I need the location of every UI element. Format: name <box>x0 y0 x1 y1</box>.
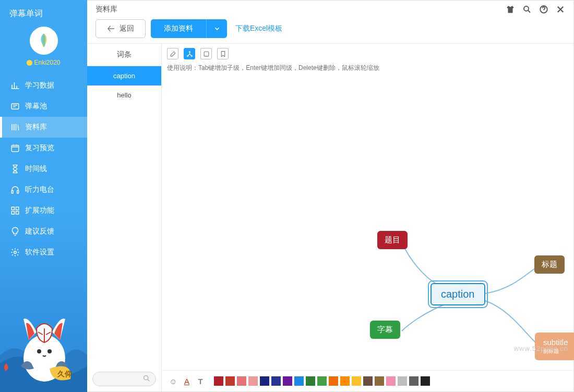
color-swatch[interactable] <box>398 376 407 386</box>
emoji-tool-icon[interactable]: ☺ <box>168 376 178 386</box>
sidebar-item-label: 时间线 <box>25 164 47 174</box>
word-list-header: 词条 <box>87 44 161 66</box>
svg-rect-20 <box>204 52 209 56</box>
word-item[interactable]: caption <box>87 66 161 85</box>
back-arrow-icon <box>107 24 115 33</box>
svg-point-14 <box>524 6 529 11</box>
back-button[interactable]: 返回 <box>95 19 146 38</box>
sidebar-item-timeline[interactable]: 时间线 <box>0 158 87 179</box>
mascot-illustration: 久仰 <box>0 267 87 392</box>
sidebar-item-extensions[interactable]: 扩展功能 <box>0 200 87 221</box>
bulb-icon <box>10 227 20 236</box>
color-swatch[interactable] <box>214 376 223 386</box>
svg-rect-3 <box>17 190 19 193</box>
color-swatch[interactable] <box>306 376 315 386</box>
color-swatch[interactable] <box>260 376 269 386</box>
mindmap-root-node[interactable]: caption <box>428 280 488 308</box>
sidebar-item-review-preview[interactable]: 复习预览 <box>0 138 87 158</box>
svg-rect-1 <box>11 145 19 151</box>
sidebar-item-label: 弹幕池 <box>25 102 47 111</box>
mindmap-node[interactable]: 标题 <box>534 255 565 274</box>
color-swatch[interactable] <box>386 376 396 386</box>
color-palette-bar: ☺ A T <box>162 370 573 391</box>
sidebar-item-danmu-pool[interactable]: 弹幕池 <box>0 96 87 117</box>
svg-rect-7 <box>16 211 19 214</box>
color-swatch[interactable] <box>329 376 338 386</box>
color-swatch[interactable] <box>375 376 384 386</box>
color-swatch[interactable] <box>363 376 373 386</box>
sidebar-item-settings[interactable]: 软件设置 <box>0 242 87 263</box>
hourglass-icon <box>10 164 20 174</box>
svg-point-11 <box>37 349 41 353</box>
mindmap-edges <box>162 76 573 370</box>
toolbar: 返回 添加资料 下载Excel模板 <box>87 16 573 43</box>
sidebar-item-label: 学习数据 <box>25 81 54 90</box>
sidebar-item-label: 扩展功能 <box>25 206 54 215</box>
svg-point-9 <box>23 335 65 382</box>
add-material-button[interactable]: 添加资料 <box>151 19 206 38</box>
app-title: 弹幕单词 <box>0 0 87 27</box>
sidebar-item-study-data[interactable]: 学习数据 <box>0 75 87 96</box>
pool-icon <box>10 102 20 111</box>
color-swatch[interactable] <box>294 376 304 386</box>
color-swatch[interactable] <box>237 376 246 386</box>
shirt-icon[interactable] <box>506 5 515 14</box>
svg-point-16 <box>144 376 148 380</box>
watermark: www.52pojie.cn <box>514 345 568 352</box>
sidebar-item-label: 复习预览 <box>25 143 54 153</box>
avatar[interactable] <box>30 27 58 55</box>
svg-point-17 <box>189 51 190 52</box>
word-list-panel: 词条 caption hello <box>87 44 162 391</box>
search-icon[interactable] <box>522 5 532 14</box>
bookmark-tool[interactable] <box>217 48 229 59</box>
text-tool-icon[interactable]: T <box>195 376 206 386</box>
color-swatch[interactable] <box>225 376 235 386</box>
word-item[interactable]: hello <box>87 85 161 105</box>
sidebar-item-radio[interactable]: 听力电台 <box>0 179 87 200</box>
breadcrumb: 资料库 <box>95 5 117 14</box>
search-icon <box>142 374 151 383</box>
sidebar-item-label: 建议反馈 <box>25 227 54 236</box>
svg-rect-5 <box>16 207 19 210</box>
edit-tool[interactable] <box>167 48 178 59</box>
sidebar-item-label: 资料库 <box>25 123 47 132</box>
color-swatch[interactable] <box>352 376 361 386</box>
svg-text:久仰: 久仰 <box>57 370 72 378</box>
sidebar-item-feedback[interactable]: 建议反馈 <box>0 221 87 242</box>
svg-rect-4 <box>11 207 14 210</box>
mindmap-toolbar <box>162 44 573 64</box>
back-button-label: 返回 <box>119 24 134 33</box>
sidebar-nav: 学习数据 弹幕池 资料库 复习预览 时间线 听力电台 <box>0 75 87 263</box>
mindmap-canvas[interactable]: caption 题目 标题 字幕 subtitle 副标题 www.52poji… <box>162 76 573 370</box>
add-button-label: 添加资料 <box>164 24 193 33</box>
download-template-link[interactable]: 下载Excel模板 <box>235 24 282 33</box>
text-color-icon[interactable]: A <box>182 376 192 386</box>
grid-icon <box>10 206 20 215</box>
color-swatch[interactable] <box>248 376 258 386</box>
add-material-dropdown[interactable] <box>206 19 227 38</box>
card-tool[interactable] <box>200 48 212 59</box>
color-swatch[interactable] <box>317 376 327 386</box>
mindmap-tool[interactable] <box>184 48 195 59</box>
help-icon[interactable] <box>539 5 548 14</box>
chart-icon <box>10 81 20 90</box>
version-label: 本v5.0.0.0 <box>26 364 55 373</box>
color-swatch[interactable] <box>340 376 350 386</box>
color-swatch[interactable] <box>283 376 292 386</box>
chevron-down-icon <box>213 25 221 32</box>
headphones-icon <box>10 185 20 194</box>
main-panel: 资料库 返回 添加资料 下载Excel模板 <box>87 0 574 392</box>
close-icon[interactable] <box>556 5 565 14</box>
sidebar-item-label: 软件设置 <box>25 248 54 257</box>
usage-hint: 使用说明：Tab键增加子级，Enter键增加同级，Delete键删除，鼠标滚轮缩… <box>162 64 573 76</box>
mindmap-node[interactable]: 字幕 <box>370 321 400 339</box>
mindmap-panel: 使用说明：Tab键增加子级，Enter键增加同级，Delete键删除，鼠标滚轮缩… <box>162 44 573 391</box>
color-swatch[interactable] <box>271 376 281 386</box>
calendar-icon <box>10 143 20 153</box>
username-badge[interactable]: Enki2020 <box>27 59 60 66</box>
library-icon <box>10 123 20 132</box>
color-swatch[interactable] <box>421 376 430 386</box>
sidebar-item-library[interactable]: 资料库 <box>0 117 87 138</box>
mindmap-node[interactable]: 题目 <box>377 231 408 249</box>
color-swatch[interactable] <box>409 376 418 386</box>
